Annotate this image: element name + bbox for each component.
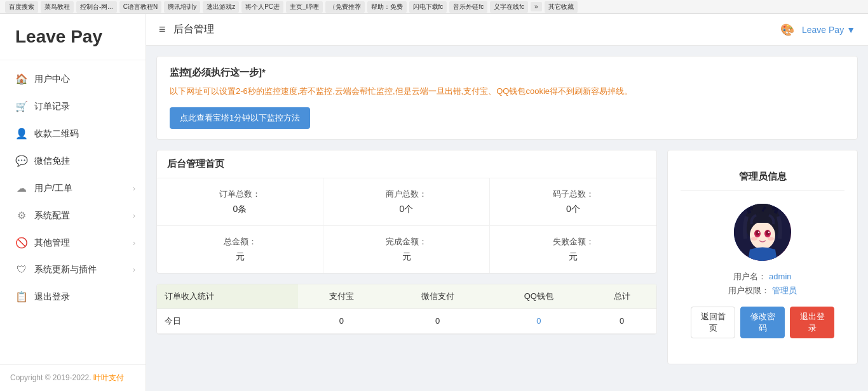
sidebar-logo: Leave Pay: [0, 14, 146, 60]
col-header-stats: 订单收入统计: [157, 284, 298, 309]
user-dropdown[interactable]: Leave Pay ▼: [802, 25, 855, 35]
sidebar-item-user-center[interactable]: 🏠 用户中心: [0, 65, 146, 93]
stat-label: 总金额：: [163, 236, 316, 248]
admin-role: 用户权限： 管理员: [691, 285, 834, 296]
sidebar-item-wechat-hook[interactable]: 💬 微信免挂: [0, 147, 146, 175]
sidebar-item-label: 系统配置: [34, 210, 70, 222]
dashboard-grid: 后台管理首页 订单总数： 0条 商户总数： 0个 码子总数：: [156, 150, 858, 364]
col-header-qq: QQ钱包: [490, 284, 587, 309]
browser-tab[interactable]: 腾讯培训y: [164, 1, 200, 13]
change-password-button[interactable]: 修改密码: [740, 307, 785, 338]
stat-label: 完成金额：: [330, 236, 483, 248]
browser-tab[interactable]: 主页_哔哩: [286, 1, 323, 13]
avatar: [734, 204, 791, 261]
copyright-text: Copyright © 2019-2022.: [10, 373, 93, 382]
svg-point-9: [751, 237, 757, 241]
row-qq: 0: [490, 308, 587, 333]
svg-point-10: [768, 237, 774, 241]
sidebar-item-user-work-order[interactable]: ☁ 用户/工单 ›: [0, 175, 146, 202]
admin-card: 管理员信息: [667, 150, 858, 364]
user-label: Leave Pay: [802, 25, 844, 35]
alert-text: 以下网址可以设置2-6秒的监控速度,若不监控,云端会帮忙监控,但是云端一旦出错,…: [170, 85, 844, 98]
stat-value: 元: [330, 251, 483, 263]
stat-label: 失败金额：: [496, 236, 650, 248]
sidebar-item-label: 收款二维码: [34, 128, 79, 140]
sidebar-item-other-manage[interactable]: 🚫 其他管理 ›: [0, 229, 146, 256]
browser-tab[interactable]: 帮助：免费: [367, 1, 407, 13]
header-right: 🎨 Leave Pay ▼: [780, 23, 855, 37]
browser-tab[interactable]: 义字在线fc: [490, 1, 528, 13]
sidebar-item-payment-qr[interactable]: 👤 收款二维码: [0, 120, 146, 147]
orders-table-card: 订单收入统计 支付宝 微信支付 QQ钱包 总计 今日 0: [156, 284, 657, 335]
dashboard-main: 后台管理首页 订单总数： 0条 商户总数： 0个 码子总数：: [156, 150, 657, 364]
sidebar-item-system-config[interactable]: ⚙ 系统配置 ›: [0, 202, 146, 229]
browser-tab[interactable]: C语言教程N: [119, 1, 161, 13]
admin-card-title: 管理员信息: [681, 163, 844, 191]
sidebar-item-label: 退出登录: [34, 291, 70, 303]
browser-tab[interactable]: 音乐外链fc: [449, 1, 487, 13]
browser-tab[interactable]: 其它收藏: [545, 1, 578, 13]
sidebar-item-label: 用户中心: [34, 74, 70, 85]
stat-cell-merchants: 商户总数： 0个: [323, 178, 490, 225]
browser-tab[interactable]: 百度搜索: [5, 1, 38, 13]
browser-tab[interactable]: »: [531, 2, 542, 11]
stat-label: 订单总数：: [163, 189, 316, 200]
col-header-wechat: 微信支付: [385, 284, 490, 309]
gear-icon: ⚙: [15, 209, 28, 222]
svg-point-2: [750, 222, 775, 249]
col-header-total: 总计: [587, 284, 656, 309]
browser-tab[interactable]: 控制台-网...: [76, 1, 117, 13]
browser-tab[interactable]: 逃出游戏z: [203, 1, 239, 13]
browser-tab[interactable]: （免费推荐: [325, 1, 365, 13]
stat-value: 元: [163, 251, 316, 263]
row-wechat: 0: [385, 308, 490, 333]
sidebar-item-label: 微信免挂: [34, 156, 70, 167]
col-header-alipay: 支付宝: [298, 284, 385, 309]
stats-row-2: 总金额： 元 完成金额： 元 失败金额： 元: [157, 226, 656, 273]
sidebar-footer: Copyright © 2019-2022. 叶叶支付: [0, 364, 146, 391]
row-label: 今日: [157, 308, 298, 333]
svg-point-8: [768, 232, 770, 233]
table-row: 今日 0 0 0 0: [157, 308, 656, 333]
palette-icon[interactable]: 🎨: [780, 23, 794, 37]
footer-link[interactable]: 叶叶支付: [93, 373, 124, 382]
main-content: ≡ 后台管理 🎨 Leave Pay ▼ 监控[必须执行这一步]* 以下网址可以…: [146, 14, 868, 391]
sidebar-item-order-records[interactable]: 🛒 订单记录: [0, 93, 146, 120]
sidebar-menu: 🏠 用户中心 🛒 订单记录 👤 收款二维码 💬 微信免挂 ☁ 用户/工单 ›: [0, 60, 146, 364]
svg-point-7: [758, 232, 759, 233]
header-left: ≡ 后台管理: [159, 23, 214, 36]
hamburger-icon[interactable]: ≡: [159, 23, 166, 36]
username-value: admin: [769, 272, 791, 281]
alert-button[interactable]: 点此查看宝塔1分钟以下监控方法: [170, 107, 310, 129]
logout-button[interactable]: 退出登录: [790, 307, 834, 338]
qr-icon: 👤: [15, 128, 28, 140]
page-title: 后台管理: [173, 23, 214, 36]
cloud-icon: ☁: [15, 182, 28, 194]
browser-tab[interactable]: 菜鸟教程: [41, 1, 74, 13]
stat-label: 码子总数：: [496, 189, 650, 200]
stat-cell-failed-amount: 失败金额： 元: [490, 226, 656, 273]
cart-icon: 🛒: [15, 100, 28, 112]
sidebar-item-system-update[interactable]: 🛡 系统更新与插件 ›: [0, 256, 146, 283]
dropdown-arrow-icon: ▼: [846, 25, 855, 35]
stats-card: 后台管理首页 订单总数： 0条 商户总数： 0个 码子总数：: [156, 150, 657, 274]
chevron-right-icon: ›: [133, 265, 135, 274]
admin-actions: 返回首页 修改密码 退出登录: [691, 307, 834, 338]
role-value: 管理员: [772, 286, 797, 295]
wechat-icon: 💬: [15, 155, 28, 167]
admin-info: 用户名： admin 用户权限： 管理员: [691, 271, 834, 296]
top-header: ≡ 后台管理 🎨 Leave Pay ▼: [146, 14, 868, 46]
chevron-right-icon: ›: [133, 211, 135, 220]
return-home-button[interactable]: 返回首页: [691, 307, 735, 338]
logout-icon: 📋: [15, 291, 28, 303]
home-icon: 🏠: [15, 73, 28, 85]
sidebar-item-logout[interactable]: 📋 退出登录: [0, 283, 146, 310]
admin-info-panel: 管理员信息: [667, 150, 858, 364]
stats-row-1: 订单总数： 0条 商户总数： 0个 码子总数： 0个: [157, 178, 656, 226]
row-total: 0: [587, 308, 656, 333]
browser-tab[interactable]: 闪电下载fc: [409, 1, 447, 13]
username-label: 用户名：: [733, 272, 766, 281]
block-icon: 🚫: [15, 237, 28, 249]
browser-tab[interactable]: 将个人PC进: [241, 1, 283, 13]
stat-value: 0条: [163, 204, 316, 215]
